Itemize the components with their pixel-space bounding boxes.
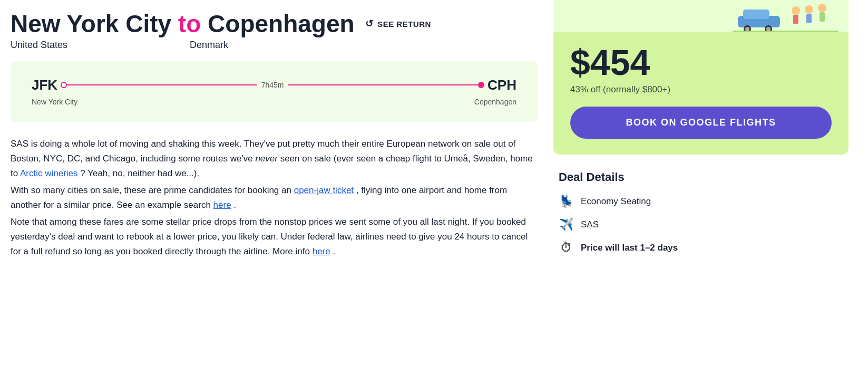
deal-detail-airline: ✈️ SAS — [559, 218, 843, 232]
route-line-right — [288, 84, 479, 85]
svg-rect-7 — [793, 15, 798, 24]
desc-para2-start: With so many cities on sale, these are p… — [11, 185, 291, 195]
price-duration-label: Price will last 1–2 days — [581, 243, 678, 253]
price-card: $454 43% off (normally $800+) BOOK ON GO… — [553, 32, 849, 155]
plane-icon: ✈️ — [559, 218, 573, 232]
origin-country: United States — [11, 40, 190, 51]
price-display: $454 — [570, 44, 832, 80]
arctic-wineries-link[interactable]: Arctic wineries — [20, 168, 78, 178]
deal-details-title: Deal Details — [559, 170, 843, 184]
svg-point-6 — [792, 6, 800, 15]
flight-route-box: JFK 7h45m CPH New York City Copenhagen — [11, 61, 538, 122]
illustration-svg — [733, 0, 838, 32]
book-button[interactable]: BOOK ON GOOGLE FLIGHTS — [570, 107, 832, 139]
desc-para3: Note that among these fares are some ste… — [11, 217, 528, 256]
illustration-area — [553, 0, 849, 32]
seating-label: Economy Seating — [581, 196, 651, 207]
sidebar: $454 43% off (normally $800+) BOOK ON GO… — [553, 0, 859, 275]
svg-point-8 — [805, 5, 813, 14]
desc-para2-end: . — [233, 200, 236, 210]
seat-icon: 💺 — [559, 195, 573, 208]
svg-rect-1 — [743, 9, 769, 19]
page-title: New York City to Copenhagen — [11, 11, 355, 37]
svg-point-5 — [766, 27, 771, 31]
deal-details-section: Deal Details 💺 Economy Seating ✈️ SAS ⏱ … — [553, 170, 849, 255]
discount-text: 43% off (normally $800+) — [570, 84, 832, 95]
origin-city-label: New York City — [32, 98, 77, 106]
flight-duration: 7h45m — [257, 81, 288, 89]
dest-dot — [478, 82, 484, 88]
refresh-icon: ↺ — [365, 18, 374, 30]
desc-para1-em: never — [255, 154, 278, 164]
route-line-left — [67, 84, 257, 85]
dest-country: Denmark — [190, 40, 228, 51]
open-jaw-link[interactable]: open-jaw ticket — [294, 185, 354, 195]
deal-detail-duration: ⏱ Price will last 1–2 days — [559, 241, 843, 255]
origin-city-title: New York City — [11, 10, 171, 37]
see-return-label: SEE RETURN — [377, 20, 431, 28]
origin-airport-code: JFK — [32, 77, 57, 93]
origin-dot — [61, 82, 67, 88]
deal-detail-seating: 💺 Economy Seating — [559, 195, 843, 208]
svg-rect-11 — [820, 12, 825, 22]
desc-para3-end: . — [333, 246, 335, 256]
title-to: to — [178, 10, 201, 37]
description-section: SAS is doing a whole lot of moving and s… — [11, 137, 538, 259]
svg-rect-9 — [806, 14, 812, 23]
example-search-link[interactable]: here — [213, 200, 231, 210]
desc-para1-end: ? Yeah, no, neither had we...). — [80, 168, 199, 178]
dest-city-label: Copenhagen — [474, 98, 516, 106]
dest-city-title: Copenhagen — [208, 10, 355, 37]
airline-label: SAS — [581, 219, 599, 230]
see-return-button[interactable]: ↺ SEE RETURN — [365, 18, 431, 30]
dest-airport-code: CPH — [487, 77, 516, 93]
more-info-link[interactable]: here — [313, 246, 330, 256]
clock-icon: ⏱ — [559, 241, 573, 255]
svg-point-10 — [818, 4, 826, 12]
svg-point-3 — [745, 27, 749, 31]
